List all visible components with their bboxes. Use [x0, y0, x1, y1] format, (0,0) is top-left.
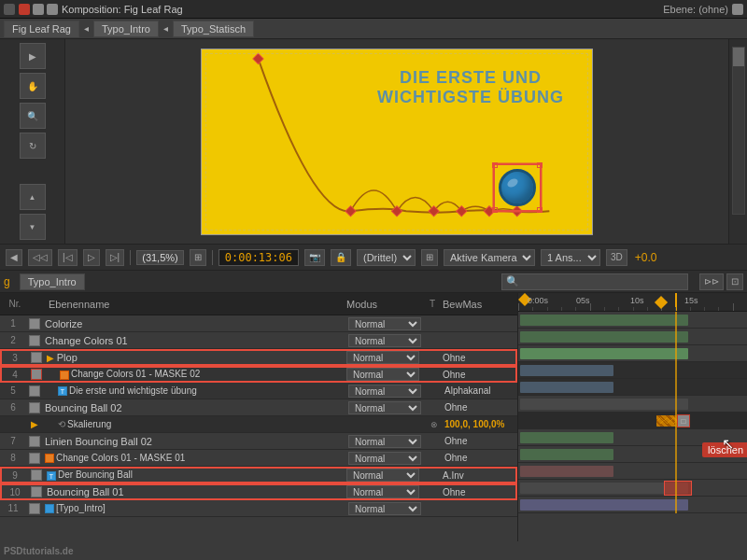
- zoom-tool[interactable]: 🔍: [20, 103, 46, 129]
- layer-row-mask02[interactable]: 4 Change Colors 01 - MASKE 02 Normal Ohn…: [0, 366, 517, 383]
- bar-plop[interactable]: [520, 348, 688, 359]
- 3d-btn[interactable]: 3D: [606, 249, 627, 266]
- layer-name: ⟲Skalierung: [43, 419, 346, 429]
- mode-select[interactable]: Normal: [346, 351, 419, 364]
- step-back-btn[interactable]: |◁: [58, 249, 78, 266]
- camera-icon-btn[interactable]: 📷: [304, 249, 325, 266]
- layer-mode[interactable]: Normal: [345, 485, 424, 498]
- layer-visibility[interactable]: [28, 469, 45, 481]
- bar-derball[interactable]: [520, 466, 613, 477]
- layer-visibility[interactable]: [26, 335, 43, 346]
- view-select[interactable]: (Drittel): [357, 249, 416, 266]
- bar-maske02[interactable]: [520, 365, 613, 376]
- layer-mode[interactable]: Normal: [345, 351, 424, 364]
- tab-fig-leaf-rag[interactable]: Fig Leaf Rag: [4, 21, 79, 37]
- preview-scrollbar[interactable]: [728, 39, 747, 244]
- layer-visibility[interactable]: [28, 369, 45, 380]
- layer-visibility[interactable]: [28, 352, 45, 363]
- preview-canvas[interactable]: DIE ERSTE UND WICHTIGSTE ÜBUNG: [201, 49, 593, 235]
- tab-typo-statisch[interactable]: Typo_Statisch: [173, 21, 254, 37]
- tab-typo-intro[interactable]: Typo_Intro: [93, 21, 159, 37]
- layer-row-bb02[interactable]: 6 Bouncing Ball 02 Normal Ohne: [0, 399, 517, 416]
- timeline-tab[interactable]: Typo_Intro: [20, 273, 85, 290]
- window-controls[interactable]: [19, 4, 58, 15]
- layer-row[interactable]: 1 Colorize Normal: [0, 315, 517, 332]
- scroll-down[interactable]: ▼: [20, 214, 46, 240]
- mode-select[interactable]: Normal: [346, 485, 419, 498]
- panel-minimize-button[interactable]: [732, 4, 743, 15]
- bar-text[interactable]: [520, 382, 613, 393]
- close-button[interactable]: [19, 4, 30, 15]
- mode-select[interactable]: Normal: [348, 317, 421, 330]
- rewind-btn[interactable]: ◁◁: [28, 249, 52, 266]
- timecode-display[interactable]: 0:00:13:06: [218, 249, 299, 266]
- bar-linien[interactable]: [520, 432, 613, 443]
- layer-row-skalierung[interactable]: ▶ ⟲Skalierung ⊗ 100,0, 100,0%: [0, 416, 517, 433]
- mode-select[interactable]: Normal: [346, 469, 419, 482]
- rotate-tool[interactable]: ↻: [20, 133, 46, 159]
- snapshot-btn[interactable]: 🔒: [331, 249, 351, 266]
- layer-row-bb01[interactable]: 10 Bouncing Ball 01 Normal Ohne: [0, 483, 517, 500]
- layer-mode[interactable]: Normal: [346, 435, 426, 448]
- bar-bb01[interactable]: [520, 483, 688, 494]
- bar-bb02[interactable]: [520, 399, 688, 410]
- layer-visibility[interactable]: [26, 503, 43, 514]
- layer-visibility[interactable]: ▶: [26, 419, 43, 429]
- resolution-select[interactable]: 1 Ans...: [541, 249, 600, 266]
- layer-row[interactable]: 8 Change Colors 01 - MASKE 01 Normal Ohn…: [0, 450, 517, 467]
- play-stop-btn[interactable]: ◀: [6, 249, 22, 266]
- mode-select[interactable]: Normal: [346, 368, 419, 381]
- layer-visibility[interactable]: [26, 318, 43, 329]
- layer-mode[interactable]: Normal: [345, 368, 424, 381]
- mode-select[interactable]: Normal: [348, 435, 421, 448]
- search-input[interactable]: [522, 276, 684, 287]
- mode-select[interactable]: Normal: [348, 334, 421, 347]
- keyframe-box[interactable]: □: [677, 414, 690, 427]
- layer-mode[interactable]: Normal: [346, 452, 426, 465]
- tl-ctrl2[interactable]: ⊡: [726, 273, 743, 290]
- hand-tool[interactable]: ✋: [20, 73, 46, 99]
- scroll-up[interactable]: ▲: [20, 184, 46, 210]
- maximize-button[interactable]: [47, 4, 58, 15]
- bar-cc01[interactable]: [520, 331, 688, 343]
- mode-select[interactable]: Normal: [348, 385, 421, 398]
- layer-mode[interactable]: Normal: [346, 502, 426, 515]
- fit-btn[interactable]: ⊞: [190, 249, 206, 266]
- layer-visibility[interactable]: [26, 436, 43, 447]
- layer-visibility[interactable]: [26, 402, 43, 413]
- layer-visibility[interactable]: [26, 385, 43, 397]
- layer-visibility[interactable]: [28, 486, 45, 497]
- layer-row-plop[interactable]: 3 ▶ Plop Normal Ohne: [0, 349, 517, 366]
- mode-select[interactable]: Normal: [348, 502, 421, 515]
- bar-typo[interactable]: [520, 499, 688, 511]
- layer-row-text[interactable]: 5 TDie erste und wichtigste übung Normal…: [0, 383, 517, 399]
- layer-visibility[interactable]: [26, 453, 43, 464]
- camera-select[interactable]: Aktive Kamera: [444, 249, 535, 266]
- zoom-display[interactable]: (31,5%): [136, 250, 184, 265]
- select-tool[interactable]: ▶: [20, 43, 46, 69]
- tl-ctrl1[interactable]: ⊳⊳: [699, 273, 724, 290]
- step-fwd-btn[interactable]: ▷|: [106, 249, 125, 266]
- layer-row-typo[interactable]: 11 [Typo_Intro] Normal: [0, 500, 517, 517]
- search-box[interactable]: 🔍: [501, 273, 688, 290]
- bar-maske01[interactable]: [520, 449, 613, 460]
- expand-icon[interactable]: ▶: [31, 419, 38, 429]
- minimize-button[interactable]: [33, 4, 44, 15]
- bar-colorize[interactable]: [520, 315, 688, 326]
- mode-select[interactable]: Normal: [348, 401, 421, 414]
- grid-btn[interactable]: ⊞: [421, 249, 438, 266]
- expand-arrow[interactable]: ▶: [47, 353, 57, 363]
- v-scrollbar-thumb[interactable]: [733, 48, 744, 66]
- mode-select[interactable]: Normal: [348, 452, 421, 465]
- layer-mode[interactable]: Normal: [346, 317, 426, 330]
- corner-br: [537, 207, 543, 213]
- v-scrollbar-track[interactable]: [732, 47, 745, 215]
- layer-row[interactable]: 2 Change Colors 01 Normal: [0, 332, 517, 349]
- layer-mode[interactable]: Normal: [346, 334, 426, 347]
- layer-mode[interactable]: Normal: [346, 401, 426, 414]
- layer-mode[interactable]: Normal: [346, 385, 426, 398]
- layer-mode[interactable]: Normal: [345, 469, 424, 482]
- layer-row-derball[interactable]: 9 TDer Bouncing Ball Normal A.Inv: [0, 467, 517, 483]
- play-btn[interactable]: ▷: [83, 249, 100, 266]
- layer-row[interactable]: 7 Linien Bouncing Ball 02 Normal Ohne: [0, 433, 517, 450]
